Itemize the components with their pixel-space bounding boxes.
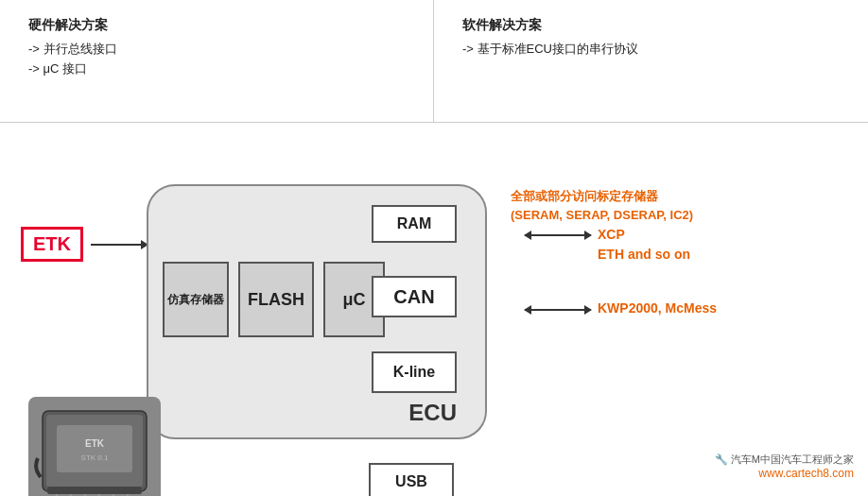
ecu-image: ETK STK 0.1 bbox=[28, 397, 161, 496]
footer-url: www.cartech8.com bbox=[715, 467, 854, 480]
svg-rect-2 bbox=[57, 425, 132, 472]
kline-box: K-line bbox=[372, 351, 457, 393]
svg-text:STK 0.1: STK 0.1 bbox=[81, 453, 109, 462]
xcp-label: XCP ETH and so on bbox=[598, 225, 690, 265]
arrow-can bbox=[525, 234, 591, 236]
software-section: 软件解决方案 -> 基于标准ECU接口的串行协议 bbox=[434, 0, 868, 122]
arrow-etk bbox=[91, 244, 148, 246]
flash-box: FLASH bbox=[238, 262, 314, 337]
etk-box: ETK bbox=[21, 227, 83, 262]
svg-rect-5 bbox=[47, 487, 142, 494]
usb-box: USB bbox=[369, 463, 454, 496]
ecu-container: 仿真存储器 FLASH μC RAM CAN K-line ECU bbox=[147, 184, 487, 439]
top-section: 硬件解决方案 -> 并行总线接口 -> μC 接口 软件解决方案 -> 基于标准… bbox=[0, 0, 868, 123]
arrow-kline bbox=[525, 309, 591, 311]
kwp-label: KWP2000, McMess bbox=[598, 300, 717, 316]
hardware-section: 硬件解决方案 -> 并行总线接口 -> μC 接口 bbox=[0, 0, 434, 122]
footer: 🔧 汽车M中国汽车工程师之家 www.cartech8.com bbox=[715, 453, 854, 480]
fangzhen-box: 仿真存储器 bbox=[163, 262, 229, 337]
ecu-label: ECU bbox=[408, 400, 457, 426]
svg-text:ETK: ETK bbox=[85, 438, 105, 449]
orange-title: 全部或部分访问标定存储器 (SERAM, SERAP, DSERAP, IC2) bbox=[511, 187, 693, 224]
ram-box: RAM bbox=[372, 205, 457, 243]
software-title: 软件解决方案 bbox=[462, 17, 840, 34]
software-item-1: -> 基于标准ECU接口的串行协议 bbox=[462, 40, 840, 60]
hardware-item-1: -> 并行总线接口 bbox=[28, 40, 405, 60]
can-box: CAN bbox=[372, 276, 457, 317]
diagram-area: ETK 仿真存储器 FLASH μC RAM CAN K-line ECU bbox=[0, 123, 868, 491]
hardware-title: 硬件解决方案 bbox=[28, 17, 405, 34]
hardware-item-2: -> μC 接口 bbox=[28, 60, 405, 79]
footer-logo: 🔧 汽车M中国汽车工程师之家 bbox=[715, 453, 854, 467]
